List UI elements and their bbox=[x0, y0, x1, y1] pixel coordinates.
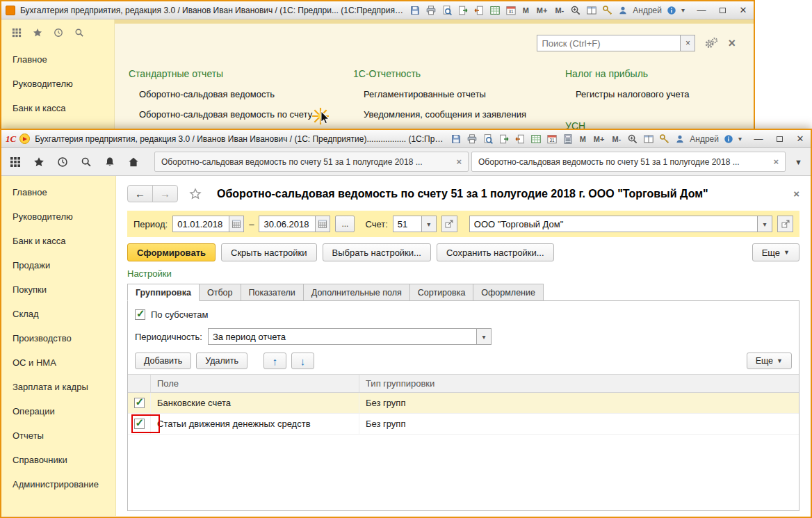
tab-oformlenie[interactable]: Оформление bbox=[473, 284, 544, 301]
history-clock-icon[interactable] bbox=[54, 28, 63, 38]
sidebar-item-glavnoe[interactable]: Главное bbox=[1, 47, 114, 72]
memory-m-minus-button[interactable]: М- bbox=[610, 135, 622, 143]
sidebar-item-os-i-nma[interactable]: ОС и НМА bbox=[1, 350, 115, 375]
forward-button[interactable]: → bbox=[152, 185, 178, 202]
table-icon[interactable] bbox=[489, 5, 501, 16]
date-to-input[interactable] bbox=[259, 216, 315, 232]
tab-dopolnitelnye-polya[interactable]: Дополнительные поля bbox=[303, 284, 410, 301]
add-button[interactable]: Добавить bbox=[135, 353, 191, 369]
back-button[interactable]: ← bbox=[127, 185, 153, 202]
organization-open-button[interactable] bbox=[777, 216, 793, 232]
memory-m-button[interactable]: М bbox=[521, 6, 530, 15]
table-icon[interactable] bbox=[530, 133, 542, 145]
account-dropdown-icon[interactable]: ▾ bbox=[421, 216, 436, 232]
print-preview-icon[interactable] bbox=[441, 5, 453, 16]
user-icon[interactable] bbox=[618, 6, 628, 15]
file-export-icon[interactable] bbox=[457, 5, 469, 16]
more-button[interactable]: Еще▼ bbox=[752, 243, 799, 261]
row-checkbox[interactable] bbox=[134, 398, 145, 408]
sidebar-item-bank-i-kassa[interactable]: Банк и касса bbox=[1, 96, 114, 120]
file-import-icon[interactable] bbox=[514, 133, 526, 145]
sidebar-item-operatsii[interactable]: Операции bbox=[1, 399, 115, 423]
row-checkbox[interactable] bbox=[134, 419, 145, 429]
link-uvedomleniya[interactable]: Уведомления, сообщения и заявления bbox=[364, 109, 526, 120]
favorites-star-icon[interactable] bbox=[33, 28, 42, 38]
document-tab-2[interactable]: Оборотно-сальдовая ведомость по счету 51… bbox=[471, 152, 786, 172]
periodicity-input[interactable] bbox=[209, 329, 476, 344]
history-clock-icon[interactable] bbox=[57, 156, 68, 168]
window-split-icon[interactable] bbox=[586, 5, 597, 16]
save-settings-button[interactable]: Сохранить настройки... bbox=[437, 243, 554, 261]
search-input[interactable] bbox=[537, 35, 680, 51]
file-import-icon[interactable] bbox=[473, 5, 485, 16]
report-close-icon[interactable]: × bbox=[793, 188, 799, 200]
subaccounts-checkbox[interactable] bbox=[135, 309, 145, 320]
link-oborotno-saldovaya-vedomost[interactable]: Оборотно-сальдовая ведомость bbox=[139, 89, 275, 99]
chevron-down-icon[interactable]: ▾ bbox=[681, 6, 685, 14]
save-icon[interactable] bbox=[450, 133, 462, 145]
date-from-input[interactable] bbox=[173, 216, 229, 232]
link-oborotno-saldovaya-po-schetu[interactable]: Оборотно-сальдовая ведомость по счету bbox=[139, 109, 312, 120]
maximize-button[interactable] bbox=[773, 133, 786, 144]
sidebar-item-bank-i-kassa[interactable]: Банк и касса bbox=[1, 229, 115, 253]
user-icon[interactable] bbox=[675, 134, 685, 144]
memory-m-plus-button[interactable]: М+ bbox=[592, 135, 606, 143]
table-row[interactable]: Статьи движения денежных средств Без гру… bbox=[128, 414, 799, 435]
calendar-picker-icon[interactable] bbox=[229, 216, 243, 232]
print-icon[interactable] bbox=[466, 133, 478, 145]
link-reglamentirovannye-otchety[interactable]: Регламентированные отчеты bbox=[364, 89, 486, 99]
delete-button[interactable]: Удалить bbox=[196, 353, 247, 369]
minimize-button[interactable]: — bbox=[752, 133, 765, 144]
link-registry-nalogovogo-ucheta[interactable]: Регистры налогового учета bbox=[576, 89, 689, 99]
favorite-star-icon[interactable] bbox=[189, 188, 202, 200]
panel-close-icon[interactable]: × bbox=[728, 36, 736, 51]
tab-otbor[interactable]: Отбор bbox=[199, 284, 241, 301]
calculator-icon[interactable] bbox=[562, 133, 574, 145]
periodicity-dropdown-icon[interactable]: ▾ bbox=[476, 329, 491, 344]
sidebar-item-otchety[interactable]: Отчеты bbox=[1, 423, 115, 448]
minimize-button[interactable]: — bbox=[695, 5, 708, 15]
calendar-icon[interactable] bbox=[505, 5, 517, 16]
grid-more-button[interactable]: Еще▼ bbox=[747, 353, 792, 369]
main-menu-grid-icon[interactable] bbox=[12, 28, 22, 38]
memory-m-button[interactable]: M bbox=[578, 135, 587, 143]
table-row[interactable]: Банковские счета Без групп bbox=[128, 393, 799, 414]
chevron-down-icon[interactable]: ▾ bbox=[738, 135, 742, 143]
move-down-button[interactable]: ↓ bbox=[291, 353, 314, 369]
sidebar-item-administrirovanie[interactable]: Администрирование bbox=[1, 472, 115, 496]
notifications-bell-icon[interactable] bbox=[104, 156, 115, 168]
settings-gears-icon[interactable] bbox=[704, 37, 719, 49]
info-icon[interactable] bbox=[724, 134, 733, 144]
print-icon[interactable] bbox=[425, 5, 437, 16]
memory-m-plus-button[interactable]: М+ bbox=[535, 6, 549, 15]
document-tab-1[interactable]: Оборотно-сальдовая ведомость по счету 51… bbox=[154, 152, 469, 172]
memory-m-minus-button[interactable]: М- bbox=[553, 6, 565, 15]
search-icon[interactable] bbox=[74, 28, 84, 38]
calendar-picker-icon[interactable] bbox=[315, 216, 330, 232]
file-export-icon[interactable] bbox=[498, 133, 510, 145]
close-button[interactable]: ✕ bbox=[794, 133, 806, 144]
move-up-button[interactable]: ↑ bbox=[263, 353, 286, 369]
tab-close-icon[interactable]: × bbox=[456, 156, 462, 167]
search-clear-icon[interactable]: × bbox=[680, 35, 695, 51]
hide-settings-button[interactable]: Скрыть настройки bbox=[221, 243, 317, 261]
zoom-icon[interactable] bbox=[627, 133, 638, 145]
info-icon[interactable] bbox=[667, 6, 676, 15]
sidebar-item-sklad[interactable]: Склад bbox=[1, 302, 115, 326]
choose-settings-button[interactable]: Выбрать настройки... bbox=[323, 243, 431, 261]
generate-button[interactable]: Сформировать bbox=[127, 243, 216, 261]
account-open-button[interactable] bbox=[441, 216, 457, 232]
home-icon[interactable] bbox=[128, 156, 139, 168]
sidebar-item-rukovoditelyu[interactable]: Руководителю bbox=[1, 204, 115, 229]
window-split-icon[interactable] bbox=[643, 133, 654, 145]
sidebar-item-proizvodstvo[interactable]: Производство bbox=[1, 326, 115, 350]
account-input[interactable] bbox=[393, 216, 421, 232]
save-icon[interactable] bbox=[409, 5, 421, 16]
close-button[interactable]: ✕ bbox=[737, 5, 749, 15]
search-icon[interactable] bbox=[81, 156, 92, 168]
key-icon[interactable] bbox=[659, 133, 670, 145]
sidebar-item-glavnoe[interactable]: Главное bbox=[1, 180, 115, 204]
period-more-button[interactable]: ... bbox=[335, 216, 355, 232]
calendar-icon[interactable] bbox=[546, 133, 558, 145]
print-preview-icon[interactable] bbox=[482, 133, 494, 145]
